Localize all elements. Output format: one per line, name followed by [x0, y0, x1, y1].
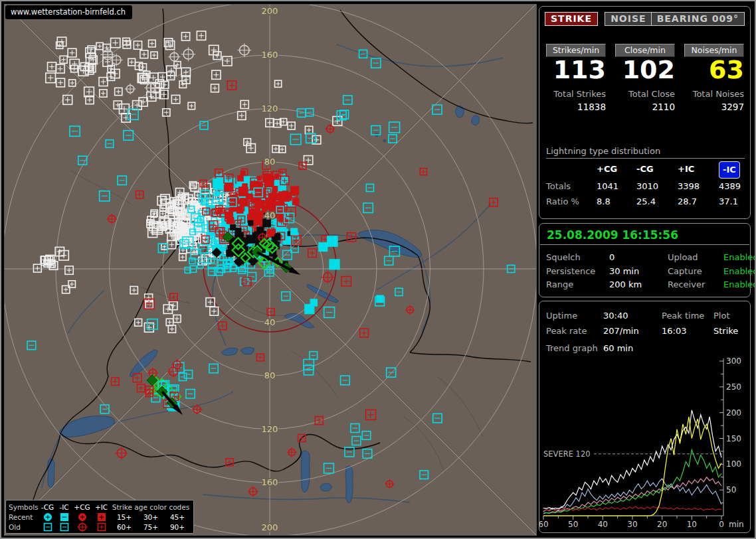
legend-age-90: 90+	[164, 523, 191, 531]
svg-text:20: 20	[657, 520, 667, 529]
squelch-label: Squelch	[546, 251, 609, 265]
legend-symbol-old-pic-icon	[92, 522, 111, 532]
dist-totals-pic: 3398	[678, 179, 719, 194]
upload-status: Enabled	[723, 251, 756, 265]
svg-text:50: 50	[568, 520, 578, 529]
receiver-label: Receiver	[668, 278, 723, 292]
capture-status: Enabled	[723, 265, 756, 279]
legend-symbol-recent-pic-icon	[92, 512, 111, 522]
legend-symbol-recent-ncg-icon	[39, 512, 56, 522]
svg-text:120: 120	[262, 424, 278, 434]
legend-symbol-old-ncg-icon	[39, 522, 56, 532]
uptime-label: Uptime	[546, 308, 603, 323]
total-close-label: Total Close	[615, 89, 675, 99]
dist-ratio-ncg: 25.4	[636, 194, 678, 210]
bearing-indicator: BEARING 009°	[651, 12, 745, 26]
svg-text:0: 0	[719, 520, 724, 529]
peak-rate-label: Peak rate	[546, 323, 603, 339]
legend-age-45: 45+	[164, 513, 191, 521]
total-strikes-value: 11838	[546, 102, 606, 112]
svg-text:200: 200	[726, 408, 741, 418]
dist-ratio-pcg: 8.8	[597, 194, 636, 210]
map-canvas[interactable]: 40408080120120160160200200	[5, 5, 536, 535]
trend-panel: Uptime 30:40 Peak time Plot Peak rate 20…	[539, 301, 751, 533]
squelch-value: 0	[609, 251, 668, 265]
station-url: www.wetterstation-birnfeld.ch	[5, 5, 132, 19]
peak-time-label: Peak time	[662, 308, 713, 323]
upload-label: Upload	[668, 251, 723, 265]
uptime-value: 30:40	[603, 308, 662, 323]
legend-age-15: 15+	[111, 513, 138, 521]
status-panel: 25.08.2009 16:15:56 Squelch 0 Upload Ena…	[539, 223, 751, 297]
noise-button[interactable]: NOISE	[605, 12, 652, 26]
receiver-status: Enabled	[723, 278, 756, 292]
svg-text:120: 120	[262, 104, 278, 114]
dist-header-nic-selected[interactable]: -IC	[719, 161, 740, 179]
range-value: 200 km	[609, 278, 668, 292]
legend-symbol-recent-nic-icon	[56, 512, 72, 522]
dist-totals-ncg: 3010	[636, 179, 678, 194]
legend-old-label: Old	[9, 523, 39, 531]
totals-labels-row: Total Strikes Total Close Total Noises	[546, 89, 744, 99]
legend-symbol-old-nic-icon	[56, 522, 72, 532]
svg-text:300: 300	[726, 356, 741, 366]
svg-text:160: 160	[262, 50, 278, 60]
svg-text:250: 250	[726, 382, 741, 392]
lightning-type-distribution: Lightning type distribution +CG -CG +IC …	[546, 146, 745, 210]
trend-graph: 501001502002503006050403020100minSEVERE …	[539, 349, 750, 532]
svg-text:160: 160	[262, 477, 278, 487]
dist-header-pic: +IC	[678, 161, 719, 179]
rate-values-row: 113 102 63	[546, 57, 744, 82]
legend-symbol-recent-pcg-icon	[72, 512, 92, 522]
legend-age-60: 60+	[111, 523, 138, 531]
dist-ratio-nic: 37.1	[719, 194, 745, 210]
svg-text:60: 60	[539, 520, 549, 529]
svg-text:80: 80	[264, 370, 276, 380]
total-noises-label: Total Noises	[684, 89, 744, 99]
dist-totals-nic: 4389	[719, 179, 745, 194]
legend-type-pcg: +CG	[72, 503, 92, 511]
dist-header-ncg: -CG	[636, 161, 678, 179]
persistence-label: Persistence	[546, 265, 609, 279]
peak-time-value: 16:03	[662, 323, 713, 339]
legend-age-30: 30+	[138, 513, 164, 521]
legend-type-pic: +IC	[92, 503, 111, 511]
legend-type-nic: -IC	[56, 503, 72, 511]
legend-symbol-old-pcg-icon	[72, 522, 92, 532]
plot-value: Strike	[713, 323, 743, 339]
total-close-value: 2110	[615, 102, 675, 112]
noises-per-min-value: 63	[684, 57, 744, 82]
close-per-min-value: 102	[615, 57, 675, 82]
mode-buttons-row: STRIKE NOISE BEARING 009°	[545, 12, 745, 27]
svg-text:30: 30	[627, 520, 637, 529]
capture-label: Capture	[668, 265, 723, 279]
lightning-map[interactable]: 40408080120120160160200200 www.wettersta…	[4, 4, 537, 536]
map-legend: Symbols -CG -IC +CG +IC Strike age color…	[5, 500, 194, 534]
legend-symbols-header: Symbols	[9, 503, 39, 511]
dist-totals-label: Totals	[546, 179, 597, 194]
total-strikes-label: Total Strikes	[546, 89, 606, 99]
svg-text:SEVERE 120: SEVERE 120	[543, 449, 591, 459]
legend-age-75: 75+	[138, 523, 164, 531]
dist-ratio-pic: 28.7	[678, 194, 719, 210]
svg-text:40: 40	[598, 520, 608, 529]
persistence-value: 30 min	[609, 265, 668, 279]
svg-text:10: 10	[687, 520, 697, 529]
strike-stats-panel: STRIKE NOISE BEARING 009° Strikes/min Cl…	[539, 6, 751, 219]
dist-totals-pcg: 1041	[597, 179, 636, 194]
totals-values-row: 11838 2110 3297	[546, 102, 744, 112]
strike-button[interactable]: STRIKE	[545, 12, 598, 26]
svg-text:40: 40	[264, 317, 276, 327]
svg-text:50: 50	[726, 485, 736, 495]
peak-rate-value: 207/min	[603, 323, 662, 339]
dist-header-pcg: +CG	[597, 161, 636, 179]
distribution-title: Lightning type distribution	[546, 146, 745, 159]
svg-text:100: 100	[726, 459, 741, 469]
svg-text:80: 80	[264, 157, 276, 167]
svg-text:150: 150	[726, 434, 741, 443]
svg-text:200: 200	[262, 6, 278, 16]
legend-type-ncg: -CG	[39, 503, 56, 511]
datetime: 25.08.2009 16:15:56	[540, 224, 749, 245]
svg-text:200: 200	[262, 522, 278, 532]
strikes-per-min-value: 113	[546, 57, 606, 82]
